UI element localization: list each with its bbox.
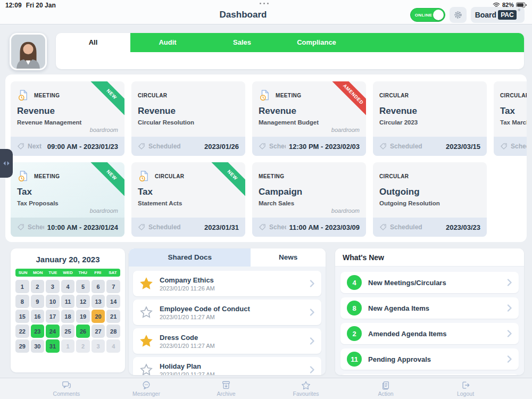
user-avatar[interactable] — [10, 33, 47, 70]
calendar-day[interactable]: 16 — [31, 310, 45, 323]
card-header: CIRCULAR — [500, 88, 527, 102]
calendar-day[interactable]: 6 — [92, 280, 105, 293]
calendar-day[interactable]: 18 — [61, 310, 75, 323]
calendar-day[interactable]: 27 — [92, 325, 105, 338]
tag-icon — [17, 143, 24, 150]
registered-mark: ® — [518, 9, 520, 12]
whats-new-item[interactable]: 11 Pending Approvals — [340, 348, 519, 370]
filter-tab[interactable]: Sales — [205, 33, 279, 52]
count-badge: 11 — [347, 352, 362, 367]
header-bar: 12:09 Fri 20 Jan 82% Dashboard — [0, 0, 532, 24]
card-type-label: CIRCULAR — [379, 173, 409, 179]
calendar-day[interactable]: 21 — [106, 310, 120, 323]
star-icon[interactable] — [139, 363, 153, 375]
whats-new-item[interactable]: 2 Amended Agenda Items — [340, 323, 519, 344]
calendar-day[interactable]: 22 — [15, 325, 29, 338]
toolbar-logout-button[interactable]: Logout — [426, 378, 505, 399]
tag-icon — [259, 143, 266, 150]
star-icon[interactable] — [139, 334, 153, 348]
calendar-day[interactable]: 9 — [31, 295, 45, 308]
toolbar-messenger-button[interactable]: Messenger — [106, 378, 186, 399]
calendar-day[interactable]: 1 — [61, 339, 75, 353]
card-type-label: MEETING — [34, 93, 60, 98]
meeting-card[interactable]: MEETING Revenue Management Budget boardr… — [252, 81, 366, 156]
calendar-day[interactable]: 29 — [15, 339, 29, 353]
shared-doc-item[interactable]: Dress Code 2023/01/20 11:27 AM — [133, 328, 321, 354]
calendar-day[interactable]: 31 — [46, 339, 60, 353]
calendar-day[interactable]: 2 — [76, 339, 90, 353]
whats-new-item[interactable] — [340, 374, 519, 375]
chevron-right-icon — [310, 337, 315, 345]
calendar-day[interactable]: 5 — [76, 280, 90, 293]
card-type-label: CIRCULAR — [379, 93, 409, 98]
docs-tab[interactable]: News — [251, 248, 326, 267]
calendar-day[interactable]: 19 — [76, 310, 90, 323]
star-icon[interactable] — [139, 277, 153, 290]
filter-tab[interactable]: All — [56, 33, 130, 52]
calendar-day[interactable]: 1 — [15, 280, 29, 293]
calendar-day[interactable]: 30 — [31, 339, 45, 353]
card-type-label: CIRCULAR — [500, 93, 527, 98]
calendar-day[interactable]: 15 — [15, 310, 29, 323]
tag-icon — [17, 223, 24, 231]
card-footer: Scheduled 2023/03/23 — [373, 218, 487, 237]
meeting-card[interactable]: CIRCULAR Tax Statement Acts NEW Schedule… — [131, 162, 245, 237]
meeting-card[interactable]: CIRCULAR Revenue Circular 2023 Scheduled… — [373, 81, 487, 156]
chevron-right-icon — [310, 280, 315, 287]
calendar-day[interactable]: 3 — [92, 339, 105, 353]
calendar-day[interactable]: 12 — [76, 295, 90, 308]
tag-icon — [259, 223, 266, 231]
card-title: Tax — [500, 106, 527, 117]
calendar-day[interactable]: 13 — [92, 295, 105, 308]
meeting-card[interactable]: MEETING Revenue Revenue Management board… — [11, 81, 124, 156]
online-toggle-label: ONLINE — [415, 13, 433, 18]
count-badge: 8 — [347, 301, 362, 315]
meeting-card[interactable]: CIRCULAR Revenue Circular Resolution Sch… — [131, 81, 245, 156]
toolbar-action-button[interactable]: Action — [346, 378, 426, 399]
resize-arrows-icon — [2, 159, 11, 168]
shared-doc-item[interactable]: Employee Code of Conduct 2023/01/20 11:2… — [133, 300, 321, 325]
tag-icon — [379, 143, 387, 150]
whats-new-item[interactable]: 8 New Agenda Items — [340, 297, 519, 319]
chevron-right-icon — [507, 330, 512, 337]
toolbar-label: Favourites — [293, 390, 319, 397]
calendar-day[interactable]: 4 — [61, 280, 75, 293]
toolbar-archive-button[interactable]: Archive — [186, 378, 266, 399]
toolbar-favourites-button[interactable]: Favourites — [266, 378, 346, 399]
calendar-day[interactable]: 11 — [61, 295, 75, 308]
card-status-label: Scheduled — [28, 223, 44, 231]
meeting-card[interactable]: CIRCULAR Outgoing Outgoing Resolution Sc… — [373, 162, 487, 237]
calendar-day[interactable]: 17 — [46, 310, 60, 323]
calendar-day[interactable]: 28 — [106, 325, 120, 338]
meeting-card[interactable]: MEETING Campaign March Sales boardroom S… — [252, 162, 366, 237]
calendar-day[interactable]: 24 — [46, 325, 60, 338]
calendar-day[interactable]: 10 — [46, 295, 60, 308]
toolbar-comments-button[interactable]: Comments — [27, 378, 106, 399]
calendar-day[interactable]: 8 — [15, 295, 29, 308]
calendar-day[interactable]: 25 — [61, 325, 75, 338]
calendar-day[interactable]: 20 — [92, 310, 105, 323]
calendar-day[interactable]: 7 — [106, 280, 120, 293]
whats-new-item[interactable]: 4 New Meetings/Circulars — [340, 272, 519, 293]
star-icon[interactable] — [139, 305, 153, 319]
online-toggle[interactable]: ONLINE — [410, 8, 445, 22]
comments-icon — [61, 380, 72, 390]
shared-doc-item[interactable]: Company Ethics 2023/01/20 11:26 AM — [133, 271, 321, 296]
calendar-grid: 1234567891011121314151617181920212223242… — [15, 280, 120, 353]
filter-tab-row: AllAuditSalesCompliance — [56, 33, 354, 52]
calendar-day[interactable]: 14 — [106, 295, 120, 308]
meeting-card[interactable]: MEETING Tax Tax Proposals boardroom NEW … — [11, 162, 124, 237]
side-panel-handle[interactable] — [0, 149, 13, 178]
calendar-day[interactable]: 23 — [31, 325, 45, 338]
calendar-day[interactable]: 3 — [46, 280, 60, 293]
docs-tab[interactable]: Shared Docs — [129, 248, 251, 267]
calendar-day[interactable]: 2 — [31, 280, 45, 293]
calendar-day[interactable]: 4 — [106, 339, 120, 353]
meeting-card[interactable]: CIRCULAR Tax Tax March Scheduled — [494, 81, 527, 156]
filter-tab[interactable]: Compliance — [279, 33, 354, 52]
settings-button[interactable] — [450, 7, 467, 23]
calendar-day[interactable]: 26 — [76, 325, 90, 338]
filter-tab[interactable]: Audit — [130, 33, 205, 52]
shared-doc-item[interactable]: Holiday Plan 2023/01/20 11:27 AM — [133, 357, 321, 375]
card-type-label: MEETING — [259, 173, 284, 179]
